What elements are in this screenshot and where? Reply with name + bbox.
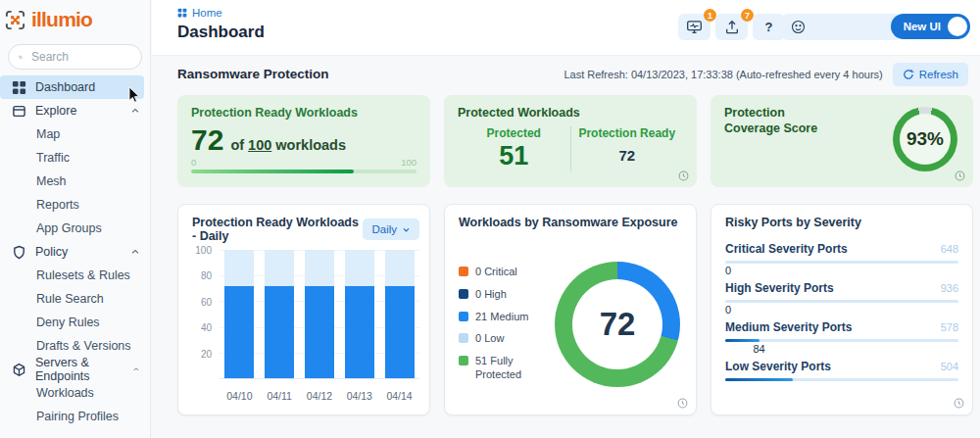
shield-icon: [12, 245, 26, 260]
legend-item-critical[interactable]: 0 Critical: [459, 266, 536, 279]
port-row-high[interactable]: High Severity Ports936 0: [725, 281, 958, 317]
sidebar-item-deny-rules[interactable]: Deny Rules: [0, 311, 150, 334]
ready-progress-fill: [191, 170, 354, 173]
sidebar-item-dashboard[interactable]: Dashboard: [0, 75, 144, 99]
total-workloads-link[interactable]: 100: [248, 137, 271, 153]
sidebar-item-map[interactable]: Map: [0, 122, 150, 146]
bar-0410[interactable]: [224, 250, 254, 378]
chevron-up-icon: [130, 106, 140, 116]
sidebar-item-label: Pairing Profiles: [36, 410, 119, 423]
plot-area: [220, 250, 419, 379]
chevron-down-icon: [402, 225, 411, 234]
sidebar-item-label: Rule Search: [36, 292, 104, 306]
provision-button[interactable]: 1: [678, 14, 710, 40]
ports-list: Critical Severity Ports648 0 High Severi…: [725, 242, 958, 399]
new-ui-toggle[interactable]: New UI: [891, 14, 970, 39]
refresh-area: Last Refresh: 04/13/2023, 17:33:38 (Auto…: [564, 63, 968, 86]
illumio-logo-icon: [4, 9, 26, 31]
protected-workloads-card: Protected Workloads Protected 51 Protect…: [444, 95, 697, 187]
explore-icon: [12, 104, 26, 119]
protected-column: Protected 51: [458, 126, 570, 171]
upload-icon: [724, 20, 740, 35]
sidebar-item-label: Mesh: [36, 174, 67, 188]
clock-icon: [677, 398, 688, 409]
sidebar-item-rule-search[interactable]: Rule Search: [0, 287, 150, 311]
refresh-icon: [903, 69, 914, 80]
sidebar-item-label: Dashboard: [35, 80, 95, 94]
ready-progress-track: [191, 170, 416, 173]
sidebar-item-explore[interactable]: Explore: [0, 99, 150, 122]
sidebar-item-label: Reports: [36, 198, 79, 212]
clock-icon: [678, 170, 689, 181]
refresh-button[interactable]: Refresh: [893, 63, 968, 86]
legend-item-high[interactable]: 0 High: [459, 288, 536, 302]
exposure-donut[interactable]: 72: [555, 262, 680, 387]
chevron-up-icon: [130, 247, 140, 257]
ready-count: 72: [191, 123, 223, 156]
sidebar-item-app-groups[interactable]: App Groups: [0, 217, 150, 240]
bar-0414[interactable]: [385, 250, 415, 378]
card-title: Workloads by Ransomware Exposure: [459, 216, 677, 229]
exposure-total: 72: [600, 306, 636, 343]
new-ui-label: New UI: [904, 21, 941, 32]
detail-cards-row: Protection Ready Workloads - Daily Daily…: [177, 204, 973, 415]
port-row-medium[interactable]: Medium Severity Ports578 84: [725, 320, 958, 357]
daily-chart-card: Protection Ready Workloads - Daily Daily…: [177, 204, 430, 415]
legend-item-fully-protected[interactable]: 51 Fully Protected: [459, 355, 536, 382]
upload-button[interactable]: 7: [715, 14, 748, 40]
sidebar: illumio Dashboard Explore Map Traffic Me…: [0, 0, 151, 438]
cube-icon: [12, 363, 26, 377]
search-icon: [19, 51, 23, 64]
x-axis-labels: 04/10 04/11 04/12 04/13 04/14: [220, 390, 419, 402]
summary-cards-row: Protection Ready Workloads 72 of 100 wor…: [177, 95, 973, 187]
ready-of-text: of 100 workloads: [230, 137, 346, 153]
top-header: Home Dashboard 1 7 ? New UI: [152, 0, 980, 56]
clock-icon: [955, 170, 965, 181]
sidebar-item-reports[interactable]: Reports: [0, 193, 150, 217]
sidebar-item-rulesets-rules[interactable]: Rulesets & Rules: [0, 264, 150, 287]
bar-0413[interactable]: [345, 250, 374, 378]
sidebar-item-mesh[interactable]: Mesh: [0, 170, 150, 193]
sidebar-item-pairing-profiles[interactable]: Pairing Profiles: [0, 405, 150, 428]
protection-ready-label: Protection Ready: [571, 126, 684, 140]
sidebar-item-servers-endpoints[interactable]: Servers & Endpoints: [0, 358, 150, 381]
sidebar-item-traffic[interactable]: Traffic: [0, 146, 150, 170]
dashboard-grid-icon: [12, 80, 26, 95]
search-input[interactable]: [29, 49, 131, 65]
interval-dropdown[interactable]: Daily: [363, 219, 419, 240]
sidebar-item-policy[interactable]: Policy: [0, 240, 150, 264]
card-title: Protection Ready Workloads - Daily: [192, 216, 363, 243]
protected-label: Protected: [458, 126, 570, 140]
breadcrumb-home[interactable]: Home: [192, 7, 222, 19]
port-row-critical[interactable]: Critical Severity Ports648 0: [725, 242, 958, 278]
sidebar-search[interactable]: [8, 44, 142, 70]
progress-scale: 0 100: [191, 157, 416, 168]
bar-0411[interactable]: [265, 250, 294, 378]
sidebar-item-workloads[interactable]: Workloads: [0, 381, 150, 405]
legend-item-medium[interactable]: 21 Medium: [459, 311, 536, 324]
exposure-legend: 0 Critical 0 High 21 Medium 0 Low 51 Ful…: [459, 266, 536, 382]
protected-value: 51: [458, 140, 570, 171]
user-face-icon: [791, 20, 806, 34]
protection-ready-value: 72: [571, 147, 684, 164]
interval-value: Daily: [371, 223, 397, 235]
refresh-label: Refresh: [919, 69, 958, 80]
y-axis: 100 80 60 40 20: [192, 250, 214, 379]
exposure-card: Workloads by Ransomware Exposure 0 Criti…: [444, 204, 697, 415]
sidebar-item-label: Deny Rules: [36, 316, 100, 329]
breadcrumb[interactable]: Home: [177, 7, 222, 19]
help-button[interactable]: ?: [753, 14, 785, 40]
illumio-logo: illumio: [0, 0, 150, 33]
card-title: Risky Ports by Severity: [725, 216, 861, 229]
user-menu-button[interactable]: [782, 14, 902, 40]
bar-0412[interactable]: [305, 250, 334, 378]
coverage-percent: 93%: [906, 128, 944, 150]
toggle-knob: [948, 17, 967, 36]
sidebar-item-drafts-versions[interactable]: Drafts & Versions: [0, 334, 150, 358]
legend-item-low[interactable]: 0 Low: [459, 332, 536, 346]
sidebar-item-label: Explore: [35, 104, 76, 118]
last-refresh-text: Last Refresh: 04/13/2023, 17:33:38 (Auto…: [564, 69, 882, 80]
card-title: Protected Workloads: [458, 106, 683, 122]
port-row-low[interactable]: Low Severity Ports504: [725, 360, 958, 396]
sidebar-item-label: Policy: [35, 245, 68, 259]
